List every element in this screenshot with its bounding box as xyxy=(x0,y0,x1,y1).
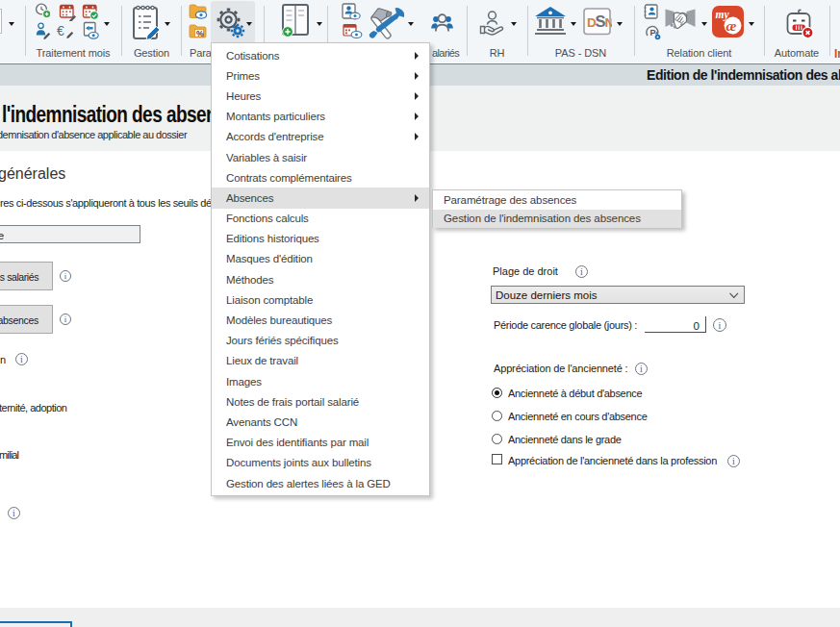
svg-text:%: % xyxy=(196,29,204,38)
svg-text:æ: æ xyxy=(726,18,737,34)
svg-text:P: P xyxy=(650,28,656,38)
svg-text:€: € xyxy=(57,23,64,38)
svg-text:DSN: DSN xyxy=(587,13,612,30)
